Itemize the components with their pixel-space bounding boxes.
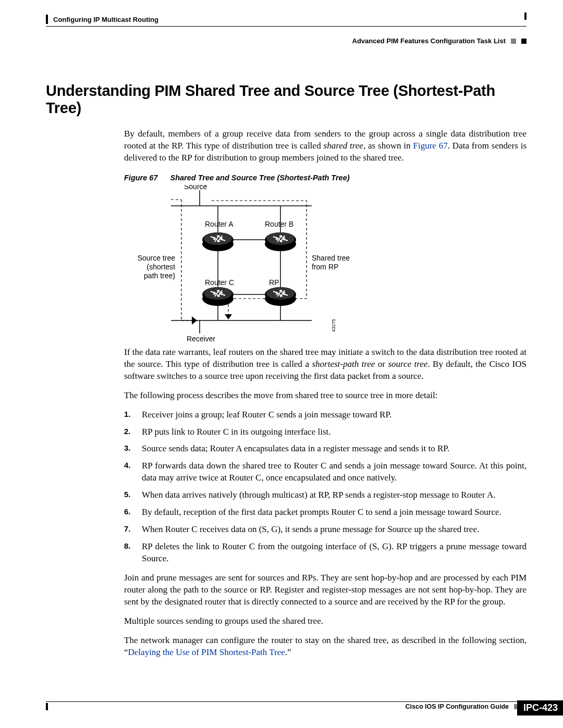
step-item: By default, reception of the first data … xyxy=(124,507,527,519)
step-item: Receiver joins a group; leaf Router C se… xyxy=(124,409,527,421)
step-item: When data arrives natively (through mult… xyxy=(124,489,527,501)
figure-caption: Figure 67Shared Tree and Source Tree (Sh… xyxy=(124,174,527,182)
page-title: Understanding PIM Shared Tree and Source… xyxy=(46,82,527,117)
page-footer: Cisco IOS IP Configuration Guide IPC-423 xyxy=(46,701,563,710)
step-item: Source sends data; Router A encapsulates… xyxy=(124,443,527,455)
paragraph-5: Multiple sources sending to groups used … xyxy=(124,615,527,627)
intro-paragraph: By default, members of a group receive d… xyxy=(124,128,527,164)
paragraph-4: Join and prune messages are sent for sou… xyxy=(124,572,527,608)
paragraph-6: The network manager can configure the ro… xyxy=(124,635,527,659)
step-item: RP forwards data down the shared tree to… xyxy=(124,460,527,484)
diagram-sharedtree-l2: from RP xyxy=(312,263,338,271)
header-rule xyxy=(46,26,527,27)
diagram-router-a-label: Router A xyxy=(205,220,234,228)
section-xref-link[interactable]: Delaying the Use of PIM Shortest-Path Tr… xyxy=(128,647,285,657)
steps-list: Receiver joins a group; leaf Router C se… xyxy=(124,409,527,565)
page-number-badge: IPC-423 xyxy=(517,700,563,715)
step-item: RP deletes the link to Router C from the… xyxy=(124,541,527,565)
square-icon xyxy=(521,39,527,44)
diagram-sharedtree-l1: Shared tree xyxy=(312,254,350,262)
diagram-id: 43275 xyxy=(331,319,336,332)
diagram-source-label: Source xyxy=(184,185,207,191)
diagram-sourcetree-l2: (shortest xyxy=(147,263,176,271)
diagram-sourcetree-l3: path tree) xyxy=(144,272,175,280)
diagram-receiver-label: Receiver xyxy=(187,335,216,343)
diagram-router-b-label: Router B xyxy=(265,220,293,228)
diagram-rp-label: RP xyxy=(269,278,279,287)
running-header: Configuring IP Multicast Routing xyxy=(46,15,527,24)
step-item: RP puts link to Router C in its outgoing… xyxy=(124,426,527,438)
chapter-title: Configuring IP Multicast Routing xyxy=(53,16,158,23)
paragraph-2: If the data rate warrants, leaf routers … xyxy=(124,347,527,382)
footer-guide-title: Cisco IOS IP Configuration Guide xyxy=(406,703,509,710)
step-item: When Router C receives data on (S, G), i… xyxy=(124,524,527,536)
network-diagram: Source Router A Router B Router C xyxy=(124,185,527,347)
diagram-router-c-label: Router C xyxy=(205,278,234,287)
paragraph-3: The following process describes the move… xyxy=(124,390,527,402)
header-bar-icon xyxy=(46,15,48,24)
crop-mark-icon xyxy=(524,13,527,20)
square-icon xyxy=(511,39,516,44)
section-title: Advanced PIM Features Configuration Task… xyxy=(352,37,506,45)
diagram-sourcetree-l1: Source tree xyxy=(138,254,176,262)
figure-ref-link[interactable]: Figure 67 xyxy=(413,141,447,151)
crop-mark-icon xyxy=(46,703,48,710)
